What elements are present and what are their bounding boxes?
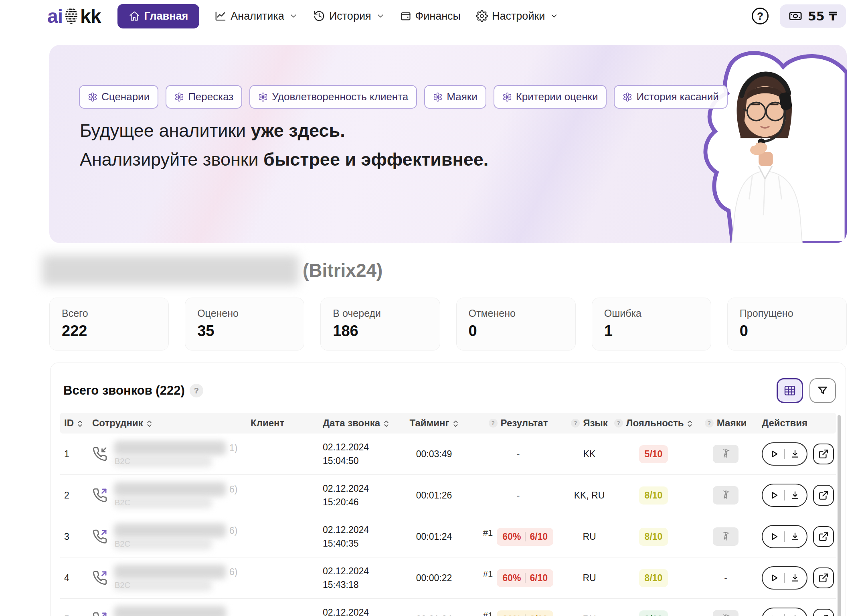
employee-name-suffix: 1) — [229, 443, 237, 454]
stat-value: 0 — [469, 322, 563, 340]
nav-item-label: Аналитика — [231, 10, 284, 22]
download-button[interactable] — [790, 573, 800, 583]
table-row[interactable]: 5 B2C 02.12.2024 15:42:47 00:01:24 — [60, 599, 836, 616]
headline-text: Будущее аналитики — [80, 120, 251, 141]
chip-touch-history[interactable]: История касаний — [614, 85, 727, 109]
result-score: 8/10 — [530, 614, 548, 616]
sort-icon — [687, 420, 693, 428]
cell-timing: 00:01:24 — [397, 614, 471, 616]
hero-illustration — [601, 45, 847, 243]
table-row[interactable]: 2 6) B2C 02.12.2024 15:20:46 00:01:26 — [60, 475, 836, 516]
play-button[interactable] — [769, 531, 779, 542]
download-button[interactable] — [790, 531, 800, 542]
table-grid-icon — [783, 384, 796, 397]
cell-result: #160%6/10 — [471, 528, 565, 546]
cell-employee: 6) B2C — [88, 482, 247, 509]
download-button[interactable] — [790, 614, 800, 616]
employee-name: B2C — [114, 606, 226, 616]
chip-scenarios[interactable]: Сценарии — [79, 85, 158, 109]
table-view-button[interactable] — [777, 378, 803, 403]
play-download-group — [762, 525, 807, 548]
sort-icon — [146, 420, 152, 428]
column-help-icon[interactable]: ? — [489, 419, 498, 428]
column-header-timing[interactable]: Тайминг — [397, 417, 471, 429]
column-help-icon[interactable]: ? — [571, 419, 580, 428]
employee-name: 6) B2C — [114, 482, 237, 509]
app-logo[interactable]: ai kk — [47, 5, 101, 27]
table-row[interactable]: 3 6) B2C 02.12.2024 15:40:35 00:01:24 — [60, 516, 836, 557]
chip-client-satisfaction[interactable]: Удовлетворенность клиента — [249, 85, 417, 109]
chip-retelling[interactable]: Пересказ — [166, 85, 242, 109]
beacons-empty: - — [724, 573, 727, 584]
column-label: Лояльность — [626, 417, 684, 429]
help-icon: ? — [757, 10, 763, 22]
table-row[interactable]: 1 1) B2C 02.12.2024 15:04:50 00:03:49 — [60, 434, 836, 475]
download-button[interactable] — [790, 490, 800, 500]
loyalty-badge: 9/10 — [639, 610, 668, 616]
sort-icon — [453, 420, 459, 428]
column-header-actions: Действия — [758, 417, 836, 429]
result-empty: - — [517, 449, 520, 460]
filter-funnel-icon — [817, 385, 829, 397]
employee-name-suffix: 6) — [229, 484, 237, 495]
cell-beacons: - — [694, 573, 758, 584]
beacon-badge[interactable] — [713, 527, 739, 546]
play-button[interactable] — [769, 614, 779, 616]
employee-name: 6) B2C — [114, 523, 237, 550]
cell-loyalty: 8/10 — [613, 486, 694, 505]
redacted-employee-name — [114, 482, 226, 496]
cell-actions — [758, 442, 836, 466]
play-button[interactable] — [769, 573, 779, 583]
column-help-icon[interactable]: ? — [705, 419, 714, 428]
nav-item-settings[interactable]: Настройки — [476, 10, 558, 22]
play-button[interactable] — [769, 449, 779, 459]
nav-right: ? 55 ₸ — [752, 4, 846, 28]
play-download-group — [762, 442, 807, 466]
ai-flower-icon — [88, 92, 97, 102]
beacon-badge[interactable] — [713, 486, 739, 505]
column-header-employee[interactable]: Сотрудник — [88, 417, 247, 429]
filter-button[interactable] — [809, 378, 836, 403]
open-external-button[interactable] — [813, 567, 834, 588]
chip-label: Маяки — [447, 91, 477, 103]
nav-item-analytics[interactable]: Аналитика — [214, 10, 298, 22]
beacon-badge[interactable] — [713, 610, 739, 616]
column-header-id[interactable]: ID — [60, 417, 88, 429]
column-help-icon[interactable]: ? — [614, 419, 623, 428]
chip-evaluation-criteria[interactable]: Критерии оценки — [494, 85, 607, 109]
open-external-button[interactable] — [813, 444, 834, 464]
main-menu: Главная Аналитика История Финансы — [117, 4, 558, 28]
play-button[interactable] — [769, 490, 779, 500]
call-date: 02.12.2024 — [323, 440, 397, 454]
stat-card-queued: В очереди 186 — [320, 298, 440, 351]
table-row[interactable]: 4 6) B2C 02.12.2024 15:43:18 00:00:22 — [60, 557, 836, 599]
call-direction-icon — [92, 612, 107, 616]
redacted-employee-detail — [114, 580, 212, 591]
loyalty-badge: 8/10 — [639, 528, 668, 546]
download-button[interactable] — [790, 449, 800, 459]
column-header-loyalty[interactable]: ? Лояльность — [613, 417, 694, 429]
stat-label: Ошибка — [604, 308, 699, 319]
nav-item-home[interactable]: Главная — [117, 4, 199, 28]
logo-text-ai: ai — [47, 5, 63, 27]
nav-item-history[interactable]: История — [313, 10, 385, 22]
table-scrollbar[interactable] — [838, 415, 841, 616]
open-external-button[interactable] — [813, 609, 834, 616]
cell-call-date: 02.12.2024 15:40:35 — [319, 523, 397, 550]
nav-item-label: Финансы — [415, 10, 461, 22]
cell-result: - — [471, 449, 565, 460]
chip-beacons[interactable]: Маяки — [424, 85, 486, 109]
open-external-button[interactable] — [813, 485, 834, 506]
open-external-button[interactable] — [813, 526, 834, 547]
column-header-call-date[interactable]: Дата звонка — [319, 417, 397, 429]
balance-pill[interactable]: 55 ₸ — [780, 4, 846, 28]
beacon-badge[interactable] — [713, 445, 739, 463]
stat-label: В очереди — [333, 308, 427, 319]
call-time: 15:43:18 — [323, 578, 397, 592]
loyalty-badge: 8/10 — [639, 486, 668, 505]
help-button[interactable]: ? — [752, 8, 769, 24]
table-help-icon[interactable]: ? — [190, 384, 203, 397]
stat-value: 1 — [604, 322, 699, 340]
nav-item-finance[interactable]: Финансы — [400, 10, 461, 22]
gear-icon — [476, 10, 488, 22]
